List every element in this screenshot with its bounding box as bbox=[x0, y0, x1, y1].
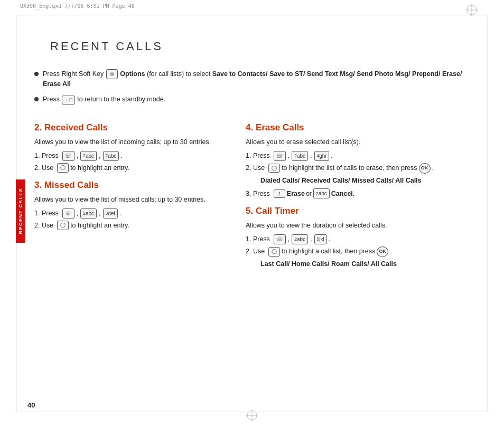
bullet-text-1: Press Right Soft Key ✉ Options (for call… bbox=[43, 69, 480, 89]
erase-step-1-end: . bbox=[331, 151, 332, 161]
received-step-1-label: 1. Press bbox=[34, 151, 59, 161]
section-call-timer: 5. Call Timer Allows you to view the dur… bbox=[246, 206, 480, 269]
key-2abc-e1: 2abc bbox=[292, 151, 308, 161]
page-border-bottom bbox=[16, 412, 488, 412]
section-missed-calls: 3. Missed Calls Allows you to view the l… bbox=[34, 180, 230, 230]
received-step-1-end: . bbox=[120, 151, 122, 161]
left-column: 2. Received Calls Allows you to view the… bbox=[34, 115, 230, 273]
nav-icon-r2: ◯ bbox=[57, 163, 69, 173]
erase-step-1: 1. Press ☏, 2abc, 4ghi . bbox=[246, 151, 480, 161]
two-column-layout: 2. Received Calls Allows you to view the… bbox=[34, 115, 480, 273]
cancel-label: Cancel. bbox=[331, 189, 354, 199]
erase-step-2: 2. Use ◯ to highlight the list of calls … bbox=[246, 163, 480, 174]
timer-step-2-text: to highlight a call list, then press bbox=[282, 246, 375, 257]
phone-icon-e1: ☏ bbox=[274, 151, 286, 161]
key-2abc-e3: 2abc bbox=[313, 188, 330, 198]
missed-step-1-end: . bbox=[119, 208, 121, 219]
key-2abc-r1b: 2abc bbox=[103, 151, 119, 161]
nav-icon-t2: ◯ bbox=[268, 247, 280, 257]
ok-icon-e2: OK bbox=[419, 163, 431, 174]
right-soft-key-icon: ✉ bbox=[106, 69, 118, 79]
missed-step-2: 2. Use ◯ to highlight an entry. bbox=[34, 221, 230, 231]
call-timer-title: 5. Call Timer bbox=[246, 206, 480, 216]
page-border-right bbox=[488, 15, 488, 412]
timer-step-1-label: 1. Press bbox=[246, 234, 270, 244]
erase-step-1-label: 1. Press bbox=[246, 151, 270, 161]
end-key-icon: ←□ bbox=[62, 96, 74, 105]
missed-step-1: 1. Press ☏, 2abc, 3def . bbox=[34, 208, 230, 219]
timer-step-1-end: . bbox=[329, 234, 330, 244]
sidebar-label: RECENT CALLS bbox=[18, 188, 23, 234]
section-received-calls: 2. Received Calls Allows you to view the… bbox=[34, 122, 230, 173]
received-calls-body: Allows you to view the list of incoming … bbox=[34, 137, 230, 147]
phone-icon-t1: ☏ bbox=[274, 234, 286, 244]
missed-calls-title: 3. Missed Calls bbox=[34, 180, 230, 191]
erase-step-3-label: 3. Press bbox=[246, 189, 270, 199]
nav-icon-e2: ◯ bbox=[268, 164, 280, 173]
erase-submenu: Dialed Calls/ Received Calls/ Missed Cal… bbox=[260, 177, 422, 184]
phone-icon-r1: ☏ bbox=[62, 151, 74, 161]
missed-step-2-label: 2. Use bbox=[34, 221, 53, 231]
key-2abc-r1: 2abc bbox=[80, 151, 97, 161]
received-step-2-label: 2. Use bbox=[34, 163, 53, 173]
registration-cross-top bbox=[466, 4, 478, 17]
section-erase-calls: 4. Erase Calls Allows you to erase selec… bbox=[246, 122, 480, 198]
call-timer-body: Allows you to view the duration of selec… bbox=[246, 221, 480, 231]
bullet-text-2: Press ←□ to return to the standby mode. bbox=[43, 94, 165, 105]
erase-or: or bbox=[306, 189, 312, 199]
key-1-e3: 1 bbox=[274, 189, 285, 198]
bullet-dot-1 bbox=[34, 72, 39, 76]
received-step-2: 2. Use ◯ to highlight an entry. bbox=[34, 163, 230, 173]
ok-icon-t2: OK bbox=[377, 246, 388, 257]
erase-step-2-period: . bbox=[432, 163, 434, 173]
bullet-item-2: Press ←□ to return to the standby mode. bbox=[34, 94, 480, 105]
timer-indent-text: Last Call/ Home Calls/ Roam Calls/ All C… bbox=[260, 259, 480, 269]
erase-label: Erase bbox=[287, 189, 305, 199]
key-2abc-t1: 2abc bbox=[292, 234, 308, 244]
key-3def-m1: 3def bbox=[103, 208, 118, 219]
erase-calls-title: 4. Erase Calls bbox=[246, 122, 480, 133]
erase-step-3: 3. Press 1 Erase or 2abc Cancel. bbox=[246, 188, 480, 198]
missed-step-2-text: to highlight an entry. bbox=[70, 221, 129, 231]
erase-indent-text: Dialed Calls/ Received Calls/ Missed Cal… bbox=[260, 176, 480, 186]
phone-icon-m1: ☏ bbox=[62, 208, 74, 219]
right-column: 4. Erase Calls Allows you to erase selec… bbox=[246, 115, 480, 273]
page-title: RECENT CALLS bbox=[50, 40, 480, 53]
timer-step-2: 2. Use ◯ to highlight a call list, then … bbox=[246, 246, 480, 257]
timer-step-2-period: . bbox=[390, 246, 391, 257]
key-4ghi-e1: 4ghi bbox=[314, 151, 329, 161]
erase-calls-body: Allows you to erase selected call list(s… bbox=[246, 137, 480, 147]
timer-submenu: Last Call/ Home Calls/ Roam Calls/ All C… bbox=[260, 260, 397, 268]
received-calls-title: 2. Received Calls bbox=[34, 122, 230, 133]
sidebar-tab: RECENT CALLS bbox=[16, 179, 25, 243]
timer-step-2-label: 2. Use bbox=[246, 246, 265, 257]
page-border-top bbox=[16, 15, 488, 15]
erase-step-2-label: 2. Use bbox=[246, 163, 265, 173]
intro-bullets: Press Right Soft Key ✉ Options (for call… bbox=[29, 69, 480, 105]
bullet-dot-2 bbox=[34, 97, 39, 101]
missed-calls-body: Allows you to view the list of missed ca… bbox=[34, 195, 230, 205]
erase-step-2-text: to highlight the list of calls to erase,… bbox=[282, 163, 417, 173]
received-step-1: 1. Press ☏, 2abc, 2abc . bbox=[34, 151, 230, 161]
header-meta: UX390_Eng.qxd 7/7/06 6:01 PM Page 40 bbox=[20, 3, 135, 9]
main-content: RECENT CALLS Press Right Soft Key ✉ Opti… bbox=[29, 24, 480, 403]
bullet-item-1: Press Right Soft Key ✉ Options (for call… bbox=[34, 69, 480, 89]
missed-step-1-label: 1. Press bbox=[34, 208, 59, 219]
key-2abc-m1: 2abc bbox=[80, 208, 97, 219]
nav-icon-m2: ◯ bbox=[57, 221, 69, 230]
received-step-2-text: to highlight an entry. bbox=[70, 163, 129, 173]
key-5jkl-t1: 5jkl bbox=[314, 234, 327, 244]
timer-step-1: 1. Press ☏, 2abc, 5jkl . bbox=[246, 234, 480, 244]
options-label: Options bbox=[120, 70, 145, 78]
